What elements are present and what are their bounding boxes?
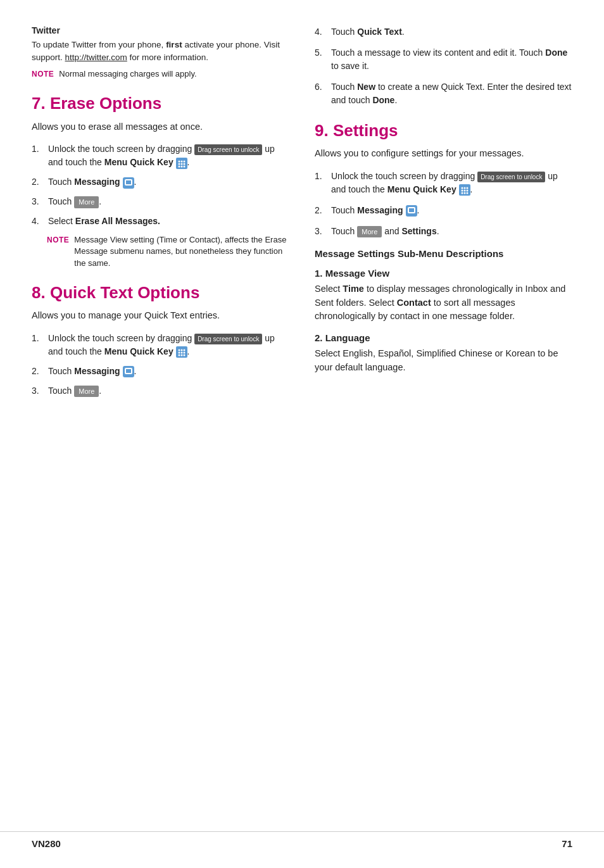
- step-text: Touch Quick Text.: [331, 25, 572, 39]
- sub-section-1-body: Select Time to display messages chronolo…: [315, 282, 572, 324]
- svg-point-4: [178, 163, 180, 165]
- sub-menu-heading: Message Settings Sub-Menu Descriptions: [315, 248, 572, 259]
- step-text: Unlock the touch screen by dragging Drag…: [331, 170, 572, 196]
- step-text: Touch Messaging .: [48, 365, 289, 378]
- sub-section-2-heading: 2. Language: [315, 332, 572, 343]
- svg-point-16: [183, 352, 185, 354]
- svg-point-17: [178, 355, 180, 356]
- more-badge: More: [74, 386, 99, 398]
- section-9-steps: 1. Unlock the touch screen by dragging D…: [315, 170, 572, 238]
- svg-point-7: [178, 165, 180, 167]
- step-num: 3.: [32, 384, 46, 398]
- svg-point-2: [180, 160, 182, 162]
- step-8-3: 3. Touch More.: [32, 384, 289, 398]
- step-num: 4.: [32, 215, 46, 228]
- step-7-1: 1. Unlock the touch screen by dragging D…: [32, 142, 289, 169]
- step-num: 1.: [32, 332, 46, 358]
- svg-point-21: [461, 187, 463, 189]
- drag-unlock-badge: Drag screen to unlock: [194, 144, 262, 155]
- step-7-4: 4. Select Erase All Messages.: [32, 215, 289, 228]
- step-num: 2.: [32, 175, 46, 189]
- svg-point-15: [180, 352, 182, 354]
- page-layout: Twitter To update Twitter from your phon…: [32, 25, 572, 404]
- twitter-section: Twitter To update Twitter from your phon…: [32, 25, 289, 80]
- step-num: 2.: [315, 204, 329, 217]
- svg-point-22: [463, 187, 465, 189]
- section-7-steps: 1. Unlock the touch screen by dragging D…: [32, 142, 289, 228]
- svg-point-13: [183, 349, 185, 351]
- section-8-continued: 4. Touch Quick Text. 5. Touch a message …: [315, 25, 572, 107]
- step-text: Unlock the touch screen by dragging Drag…: [48, 142, 289, 169]
- step-text: Touch a message to view its content and …: [331, 46, 572, 73]
- section-8-heading: 8. Quick Text Options: [32, 283, 289, 303]
- step-7-3: 3. Touch More.: [32, 195, 289, 208]
- svg-point-8: [180, 165, 182, 167]
- section-9: 9. Settings Allows you to configure sett…: [315, 121, 572, 375]
- step-num: 3.: [315, 225, 329, 238]
- section-7-intro: Allows you to erase all messages at once…: [32, 120, 289, 134]
- twitter-note-text: Normal messaging charges will apply.: [59, 68, 196, 80]
- step-num: 3.: [32, 195, 46, 208]
- drag-unlock-badge: Drag screen to unlock: [477, 172, 545, 182]
- svg-point-14: [178, 352, 180, 354]
- svg-point-6: [183, 163, 185, 165]
- section-8-intro: Allows you to manage your Quick Text ent…: [32, 309, 289, 323]
- twitter-body: To update Twitter from your phone, first…: [32, 39, 289, 63]
- section-8-cont-steps: 4. Touch Quick Text. 5. Touch a message …: [315, 25, 572, 107]
- footer-page: 71: [562, 838, 572, 849]
- step-num: 1.: [315, 170, 329, 196]
- footer-model: VN280: [32, 838, 61, 849]
- svg-point-3: [183, 160, 185, 162]
- right-column: 4. Touch Quick Text. 5. Touch a message …: [315, 25, 572, 404]
- svg-point-26: [466, 190, 468, 192]
- step-8-1: 1. Unlock the touch screen by dragging D…: [32, 332, 289, 358]
- step-text: Touch New to create a new Quick Text. En…: [331, 80, 572, 107]
- svg-point-28: [463, 192, 465, 194]
- step-8-5: 5. Touch a message to view its content a…: [315, 46, 572, 73]
- section-9-intro: Allows you to configure settings for you…: [315, 147, 572, 161]
- left-column: Twitter To update Twitter from your phon…: [32, 25, 289, 404]
- section-8: 8. Quick Text Options Allows you to mana…: [32, 283, 289, 398]
- svg-point-24: [461, 190, 463, 192]
- svg-point-1: [178, 160, 180, 162]
- step-text: Touch Messaging .: [331, 204, 572, 217]
- svg-point-25: [463, 190, 465, 192]
- svg-point-12: [180, 349, 182, 351]
- step-text: Select Erase All Messages.: [48, 215, 289, 228]
- step-num: 5.: [315, 46, 329, 73]
- section-7-note: NOTE Message View setting (Time or Conta…: [47, 234, 289, 269]
- sub-section-2-body: Select English, Español, Simplified Chin…: [315, 347, 572, 375]
- step-9-1: 1. Unlock the touch screen by dragging D…: [315, 170, 572, 196]
- step-8-6: 6. Touch New to create a new Quick Text.…: [315, 80, 572, 107]
- step-8-4: 4. Touch Quick Text.: [315, 25, 572, 39]
- section-9-heading: 9. Settings: [315, 121, 572, 141]
- section-8-steps: 1. Unlock the touch screen by dragging D…: [32, 332, 289, 398]
- section-7: 7. Erase Options Allows you to erase all…: [32, 94, 289, 269]
- twitter-url[interactable]: http://twitter.com: [65, 53, 127, 62]
- menu-key-icon: [176, 158, 187, 169]
- step-num: 2.: [32, 365, 46, 378]
- messaging-icon: [123, 177, 134, 189]
- step-7-2: 2. Touch Messaging .: [32, 175, 289, 189]
- svg-point-23: [466, 187, 468, 189]
- step-num: 1.: [32, 142, 46, 169]
- step-num: 6.: [315, 80, 329, 107]
- step-text: Touch More.: [48, 195, 289, 208]
- note-text: Message View setting (Time or Contact), …: [74, 234, 289, 269]
- svg-point-9: [183, 165, 185, 167]
- more-badge: More: [357, 226, 382, 238]
- svg-point-29: [466, 192, 468, 194]
- sub-section-1-heading: 1. Message View: [315, 268, 572, 279]
- step-9-3: 3. Touch More and Settings.: [315, 225, 572, 238]
- menu-key-icon: [459, 184, 470, 196]
- more-badge: More: [74, 196, 99, 208]
- note-label: NOTE: [47, 235, 69, 246]
- step-text: Touch Messaging .: [48, 175, 289, 189]
- menu-key-icon: [176, 346, 187, 358]
- svg-point-19: [183, 355, 185, 356]
- step-text: Unlock the touch screen by dragging Drag…: [48, 332, 289, 358]
- messaging-icon: [123, 366, 134, 377]
- footer: VN280 71: [0, 831, 604, 849]
- step-text: Touch More and Settings.: [331, 225, 572, 238]
- step-text: Touch More.: [48, 384, 289, 398]
